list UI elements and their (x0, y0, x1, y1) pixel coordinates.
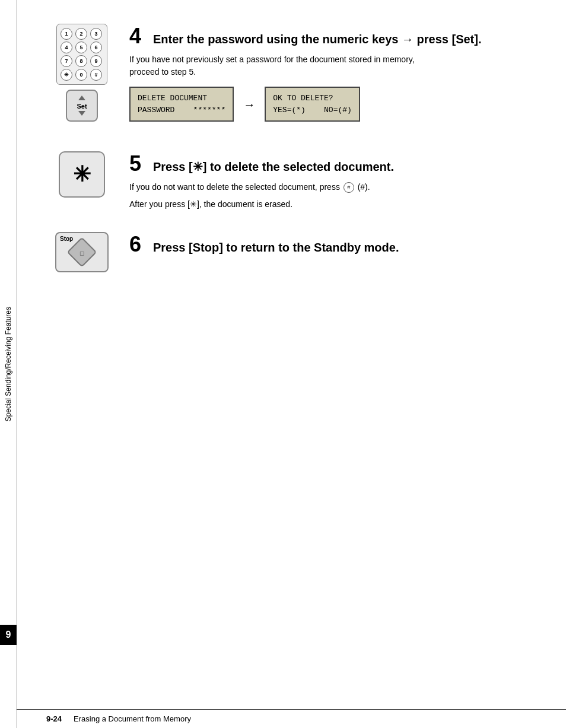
key-star: ✳ (61, 69, 72, 81)
step5-content: 5 Press [✳] to delete the selected docum… (129, 151, 536, 211)
page-container: Special Sending/Receiving Features 9 1 2… (0, 0, 566, 728)
keypad-illustration: 1 2 3 4 5 6 7 8 9 ✳ 0 # (56, 24, 107, 85)
set-button-illustration: Set (66, 90, 98, 122)
lcd-display-right: OK TO DELETE? YES=(*) NO=(#) (265, 87, 360, 122)
step4-title: Enter the password using the numeric key… (153, 33, 482, 46)
step-4: 1 2 3 4 5 6 7 8 9 ✳ 0 # Set (46, 24, 536, 130)
step6-icon: Stop ◻ (46, 232, 117, 272)
step6-title: Press [Stop] to return to the Standby mo… (153, 241, 399, 255)
footer-page-number: 9-24 (46, 714, 62, 723)
arrow-right-icon: → (243, 96, 255, 113)
key-hash: # (90, 69, 102, 81)
step4-body-line1: If you have not previously set a passwor… (129, 53, 536, 78)
key-8: 8 (75, 55, 87, 67)
sidebar: Special Sending/Receiving Features 9 (0, 0, 17, 728)
step6-content: 6 Press [Stop] to return to the Standby … (129, 232, 536, 262)
sidebar-label: Special Sending/Receiving Features (4, 307, 12, 421)
step5-body-p2: After you press [✳], the document is era… (129, 198, 536, 211)
key-9: 9 (90, 55, 102, 67)
step5-body: If you do not want to delete the selecte… (129, 181, 536, 211)
step-6: Stop ◻ 6 Press [Stop] to return to the S… (46, 232, 536, 272)
svg-text:◻: ◻ (80, 250, 84, 256)
key-4: 4 (61, 42, 72, 53)
key-2: 2 (75, 28, 87, 40)
step4-number: 4 (129, 24, 147, 49)
set-button-wrap: Set (66, 90, 98, 122)
step5-body-p1: If you do not want to delete the selecte… (129, 181, 536, 193)
step5-header: 5 Press [✳] to delete the selected docum… (129, 151, 536, 176)
step4-display-row: DELETE DOCUMENT PASSWORD ******* → OK TO… (129, 87, 536, 122)
footer-title: Erasing a Document from Memory (74, 714, 191, 723)
step5-title: Press [✳] to delete the selected documen… (153, 160, 394, 174)
star-button-illustration: ✳ (59, 151, 105, 198)
key-6: 6 (90, 42, 102, 53)
key-5: 5 (75, 42, 87, 53)
key-1: 1 (61, 28, 72, 40)
step4-header: 4 Enter the password using the numeric k… (129, 24, 536, 49)
hash-circle-icon: # (344, 182, 354, 193)
key-3: 3 (90, 28, 102, 40)
step4-content: 4 Enter the password using the numeric k… (129, 24, 536, 130)
lcd-display-left: DELETE DOCUMENT PASSWORD ******* (129, 87, 234, 122)
step-5: ✳ 5 Press [✳] to delete the selected doc… (46, 151, 536, 211)
key-7: 7 (61, 55, 72, 67)
step4-body: If you have not previously set a passwor… (129, 53, 536, 122)
stop-label: Stop (60, 236, 73, 242)
key-0: 0 (75, 69, 87, 81)
chapter-tab: 9 (0, 625, 17, 645)
page-footer: 9-24 Erasing a Document from Memory (17, 709, 566, 728)
step5-icon: ✳ (46, 151, 117, 198)
step6-header: 6 Press [Stop] to return to the Standby … (129, 232, 536, 257)
step4-icon: 1 2 3 4 5 6 7 8 9 ✳ 0 # Set (46, 24, 117, 122)
step5-number: 5 (129, 151, 147, 176)
step6-number: 6 (129, 232, 147, 257)
stop-button-illustration: Stop ◻ (55, 232, 109, 272)
main-content: 1 2 3 4 5 6 7 8 9 ✳ 0 # Set (17, 0, 566, 728)
